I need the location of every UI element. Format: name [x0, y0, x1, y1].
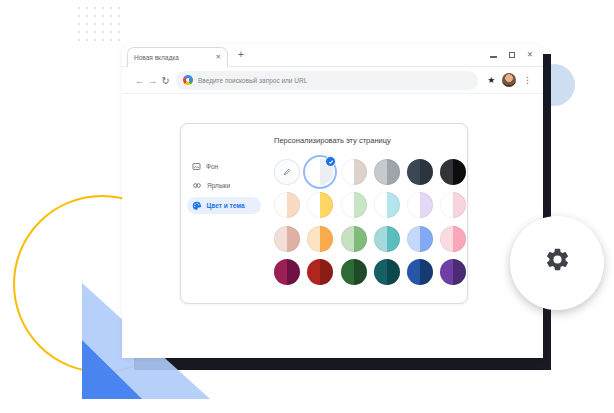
sidebar-item-link[interactable]: Ярлыки: [187, 176, 261, 195]
customize-page-dialog: Персонализировать эту страницу ФонЯрлыки…: [180, 123, 468, 304]
menu-kebab-icon[interactable]: ⋮: [523, 76, 532, 85]
swatch-teal[interactable]: [374, 226, 400, 252]
swatch-custom-color[interactable]: [274, 159, 300, 185]
swatch-light-green[interactable]: [341, 192, 367, 218]
swatch-dark-teal[interactable]: [374, 259, 400, 285]
pencil-icon: [282, 167, 292, 177]
swatch-light-pink[interactable]: [440, 192, 466, 218]
swatch-midnight-blue[interactable]: [407, 159, 433, 185]
palette-icon: [192, 201, 202, 211]
sidebar-item-label: Ярлыки: [207, 182, 230, 189]
dialog-title: Персонализировать эту страницу: [274, 136, 391, 145]
tab-new-tab[interactable]: Новая вкладка ✕: [127, 47, 228, 67]
image-icon: [192, 162, 201, 171]
swatch-light-yellow[interactable]: [307, 192, 333, 218]
window-controls: ✕: [490, 44, 533, 66]
dot-grid-pattern: [75, 4, 123, 44]
swatch-cool-grey[interactable]: [374, 159, 400, 185]
google-logo-icon: [183, 75, 193, 85]
swatch-light-lavender[interactable]: [407, 192, 433, 218]
swatch-black[interactable]: [440, 159, 466, 185]
sidebar-item-label: Фон: [206, 163, 218, 170]
toolbar-right-group: ★ ⋮: [487, 73, 532, 87]
swatch-light-cyan[interactable]: [374, 192, 400, 218]
minimize-icon[interactable]: [490, 56, 497, 57]
swatch-light-peach[interactable]: [274, 192, 300, 218]
sidebar-item-label: Цвет и тема: [207, 202, 245, 209]
dialog-sidebar: ФонЯрлыкиЦвет и тема: [187, 157, 261, 214]
sidebar-item-image[interactable]: Фон: [187, 157, 261, 176]
profile-avatar[interactable]: [502, 73, 516, 87]
swatch-rose[interactable]: [274, 226, 300, 252]
swatch-navy[interactable]: [407, 259, 433, 285]
browser-window: Новая вкладка ✕ + ✕ ← → ↻ Введите поиско…: [122, 44, 543, 358]
page-canvas: { "decor": { "dots": {"cols": 6, "rows":…: [0, 0, 614, 413]
reload-icon[interactable]: ↻: [159, 75, 172, 86]
bookmark-star-icon[interactable]: ★: [487, 76, 495, 85]
browser-toolbar: ← → ↻ Введите поисковый запрос или URL ★…: [122, 67, 543, 94]
back-icon[interactable]: ←: [133, 75, 146, 86]
swatch-orange[interactable]: [307, 226, 333, 252]
theme-color-grid: [274, 159, 466, 285]
swatch-blue[interactable]: [407, 226, 433, 252]
address-placeholder: Введите поисковый запрос или URL: [198, 77, 307, 84]
new-tab-button[interactable]: +: [238, 48, 244, 62]
swatch-pink[interactable]: [440, 226, 466, 252]
maximize-icon[interactable]: [509, 52, 515, 58]
forward-icon[interactable]: →: [146, 75, 159, 86]
swatch-red[interactable]: [307, 259, 333, 285]
swatch-warm-grey[interactable]: [341, 159, 367, 185]
tab-title: Новая вкладка: [134, 54, 216, 61]
swatch-default[interactable]: [307, 159, 333, 185]
tab-strip: Новая вкладка ✕ + ✕: [122, 44, 543, 67]
tab-close-icon[interactable]: ✕: [216, 54, 221, 61]
check-icon: [325, 156, 336, 167]
swatch-purple[interactable]: [440, 259, 466, 285]
gear-icon: [544, 246, 571, 273]
swatch-green[interactable]: [341, 226, 367, 252]
link-icon: [192, 181, 202, 190]
settings-badge: [510, 216, 604, 310]
swatch-magenta[interactable]: [274, 259, 300, 285]
swatch-dark-green[interactable]: [341, 259, 367, 285]
sidebar-item-palette[interactable]: Цвет и тема: [187, 197, 261, 214]
close-window-icon[interactable]: ✕: [527, 51, 533, 59]
address-bar[interactable]: Введите поисковый запрос или URL: [176, 71, 478, 90]
